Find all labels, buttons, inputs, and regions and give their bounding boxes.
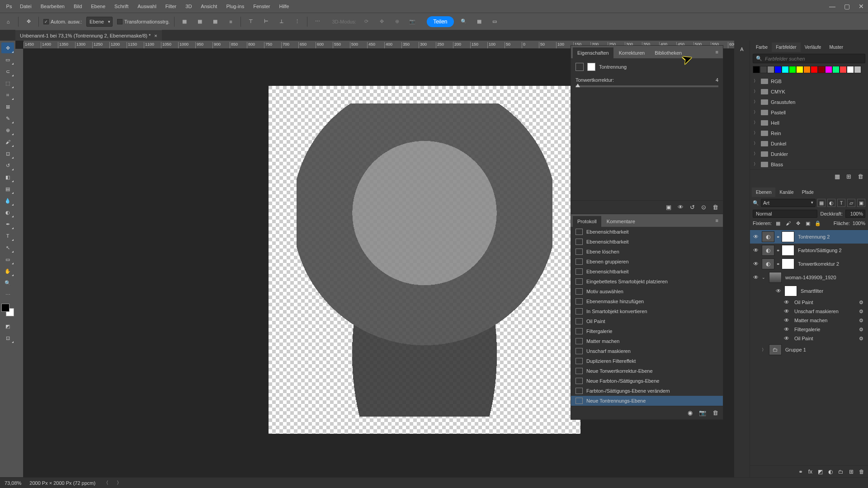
align-middle-icon[interactable]: ⊢ — [261, 16, 272, 27]
history-item[interactable]: Ebenenmaske hinzufügen — [571, 296, 723, 306]
move-tool-icon[interactable]: ✥ — [23, 16, 34, 27]
type-tool[interactable]: T — [1, 230, 14, 241]
history-item[interactable]: Motiv auswählen — [571, 286, 723, 296]
artboard[interactable] — [269, 86, 580, 434]
filter-type-icon[interactable]: T — [837, 199, 845, 207]
lasso-tool[interactable]: ⊂ — [1, 66, 14, 77]
heal-tool[interactable]: ⊕ — [1, 125, 14, 136]
tab-muster[interactable]: Muster — [825, 42, 847, 52]
align-top-icon[interactable]: ⊤ — [245, 16, 256, 27]
eyedropper-tool[interactable]: ✎ — [1, 113, 14, 124]
layer-row[interactable]: 👁Filtergalerie⚙ — [750, 325, 868, 334]
filter-pixel-icon[interactable]: ▦ — [817, 199, 826, 207]
tab-eigenschaften[interactable]: Eigenschaften — [573, 47, 613, 58]
swatch-group[interactable]: 〉Hell — [752, 117, 866, 128]
history-item[interactable]: Farbton-/Sättigungs-Ebene verändern — [571, 386, 723, 396]
delete-state-icon[interactable]: 🗑 — [712, 409, 718, 416]
edit-toolbar[interactable]: ⋯ — [1, 289, 14, 300]
view-previous-icon[interactable]: 👁 — [678, 204, 684, 211]
levels-slider[interactable] — [576, 85, 718, 87]
swatch[interactable] — [825, 66, 832, 73]
menu-ansicht[interactable]: Ansicht — [196, 2, 222, 11]
menu-plug-ins[interactable]: Plug-ins — [222, 2, 249, 11]
tab-pfade[interactable]: Pfade — [798, 188, 818, 197]
swatch-search[interactable]: 🔍 — [753, 54, 865, 63]
history-item[interactable]: Ebenensichtbarkeit — [571, 237, 723, 247]
swatch-group[interactable]: 〉Dunkel — [752, 138, 866, 149]
layer-row[interactable]: 〉🗀Gruppe 1 — [750, 343, 868, 357]
swatch[interactable] — [803, 66, 811, 73]
layer-row[interactable]: 👁Smartfilter — [750, 284, 868, 298]
swatch-new-icon[interactable]: ⊞ — [846, 173, 851, 180]
layer-row[interactable]: 👁Unscharf maskieren⚙ — [750, 307, 868, 316]
blur-tool[interactable]: 💧 — [1, 195, 14, 206]
opacity-value[interactable]: 100% — [845, 210, 865, 218]
ps-logo[interactable]: Ps — [4, 1, 14, 12]
panel-menu-icon[interactable]: ≡ — [713, 47, 721, 58]
history-item[interactable]: Ebenen gruppieren — [571, 257, 723, 267]
gradient-tool[interactable]: ▤ — [1, 183, 14, 194]
auto-select-dropdown[interactable]: Ebene — [86, 17, 113, 27]
home-icon[interactable]: ⌂ — [3, 16, 14, 27]
align-bottom-icon[interactable]: ⊥ — [276, 16, 287, 27]
new-group-icon[interactable]: 🗀 — [838, 469, 844, 475]
color-picker[interactable] — [1, 304, 14, 316]
swatch[interactable] — [796, 66, 803, 73]
lock-position-icon[interactable]: ✥ — [794, 220, 802, 227]
history-item[interactable]: Neue Tontrennungs-Ebene — [571, 396, 723, 406]
swatch-group[interactable]: 〉Dunkler — [752, 149, 866, 159]
menu-auswahl[interactable]: Auswahl — [133, 2, 161, 11]
arrange-icon[interactable]: ▭ — [489, 16, 500, 27]
swatch-group[interactable]: 〉Rein — [752, 128, 866, 138]
history-item[interactable]: Ebene löschen — [571, 247, 723, 257]
tab-close-icon[interactable]: × — [154, 33, 157, 38]
history-menu-icon[interactable]: ≡ — [713, 216, 721, 227]
history-item[interactable]: Unscharf maskieren — [571, 346, 723, 356]
lock-nest-icon[interactable]: ▣ — [804, 220, 811, 227]
shape-tool[interactable]: ▭ — [1, 254, 14, 265]
swatch[interactable] — [774, 66, 782, 73]
swatch[interactable] — [811, 66, 818, 73]
menu-datei[interactable]: Datei — [15, 2, 36, 11]
lock-paint-icon[interactable]: 🖌 — [784, 220, 792, 227]
layer-row[interactable]: 👁Matter machen⚙ — [750, 316, 868, 325]
menu-schrift[interactable]: Schrift — [110, 2, 133, 11]
align-center-icon[interactable]: ▦ — [194, 16, 205, 27]
artboard-tool[interactable]: ▭ — [1, 54, 14, 65]
menu-bearbeiten[interactable]: Bearbeiten — [36, 2, 69, 11]
more-options-icon[interactable]: ⋯ — [312, 16, 323, 27]
layer-row[interactable]: 👁Oil Paint⚙ — [750, 334, 868, 343]
tab-farbfelder[interactable]: Farbfelder — [772, 42, 801, 52]
tab-protokoll[interactable]: Protokoll — [573, 216, 601, 227]
delete-layer-icon[interactable]: 🗑 — [859, 469, 864, 475]
history-item[interactable]: In Smartobjekt konvertieren — [571, 306, 723, 316]
lock-all-icon[interactable]: 🔒 — [814, 220, 821, 227]
layer-row[interactable]: 👁Oil Paint⚙ — [750, 298, 868, 307]
menu-3d[interactable]: 3D — [181, 2, 196, 11]
menu-ebene[interactable]: Ebene — [86, 2, 110, 11]
auto-select-checkbox[interactable]: ✓Autom. ausw.: — [43, 19, 82, 24]
delete-adj-icon[interactable]: 🗑 — [712, 204, 718, 211]
new-snapshot-from-icon[interactable]: ◉ — [688, 409, 693, 416]
frame-tool[interactable]: ⊠ — [1, 101, 14, 112]
zoom-tool[interactable]: 🔍 — [1, 277, 14, 288]
swatch-group[interactable]: 〉RGB — [752, 76, 866, 86]
brush-tool[interactable]: 🖌 — [1, 136, 14, 147]
transform-controls-checkbox[interactable]: Transformationsstrg. — [117, 19, 170, 24]
menu-bild[interactable]: Bild — [69, 2, 86, 11]
history-brush-tool[interactable]: ↺ — [1, 160, 14, 171]
swatch[interactable] — [854, 66, 861, 73]
swatch-delete-icon[interactable]: 🗑 — [858, 173, 863, 180]
filter-shape-icon[interactable]: ▱ — [847, 199, 855, 207]
screen-mode[interactable]: ⊡ — [1, 333, 14, 343]
move-tool[interactable]: ✥ — [1, 42, 14, 53]
clip-icon[interactable]: ▣ — [666, 204, 671, 211]
swatch-group[interactable]: 〉Blass — [752, 159, 866, 169]
layer-fx-icon[interactable]: fx — [808, 469, 812, 475]
swatch[interactable] — [832, 66, 840, 73]
swatch-group[interactable]: 〉Graustufen — [752, 97, 866, 107]
history-item[interactable]: Oil Paint — [571, 316, 723, 326]
status-nav-left-icon[interactable]: 〈 — [104, 479, 108, 486]
filter-adjust-icon[interactable]: ◐ — [827, 199, 835, 207]
new-adjustment-icon[interactable]: ◐ — [828, 469, 833, 475]
